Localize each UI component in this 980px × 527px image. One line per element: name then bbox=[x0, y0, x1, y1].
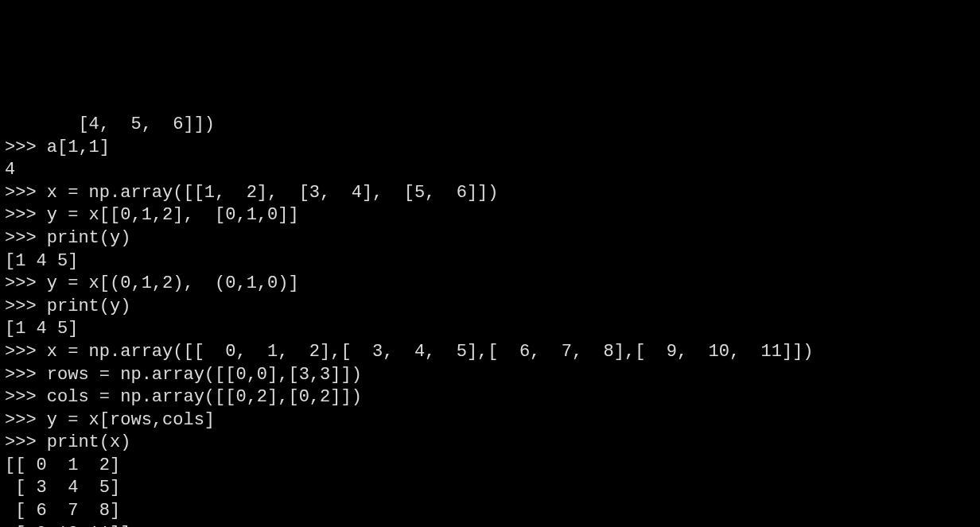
repl-output-text: [1 4 5] bbox=[5, 319, 78, 339]
repl-prompt: >>> bbox=[5, 432, 47, 452]
terminal-line: >>> cols = np.array([[0,2],[0,2]]) bbox=[5, 386, 980, 409]
repl-input-text: print(y) bbox=[47, 228, 131, 248]
terminal-line: >>> print(x) bbox=[5, 432, 980, 455]
repl-prompt: >>> bbox=[5, 205, 47, 225]
repl-prompt: >>> bbox=[5, 296, 47, 316]
repl-prompt: >>> bbox=[5, 387, 47, 407]
repl-prompt: >>> bbox=[5, 183, 47, 203]
terminal-line: [ 3 4 5] bbox=[5, 477, 980, 500]
repl-input-text: x = np.array([[1, 2], [3, 4], [5, 6]]) bbox=[47, 183, 499, 203]
terminal-line: [1 4 5] bbox=[5, 318, 980, 341]
repl-output-text: [ 3 4 5] bbox=[5, 478, 120, 498]
terminal-line: 4 bbox=[5, 159, 980, 182]
repl-prompt: >>> bbox=[5, 273, 47, 293]
terminal-line: >>> y = x[[0,1,2], [0,1,0]] bbox=[5, 204, 980, 227]
repl-input-text: print(y) bbox=[47, 296, 131, 316]
terminal-output[interactable]: [4, 5, 6]])>>> a[1,1]4>>> x = np.array([… bbox=[0, 91, 980, 527]
terminal-line: [[ 0 1 2] bbox=[5, 455, 980, 478]
repl-output-text: [4, 5, 6]]) bbox=[5, 114, 215, 134]
repl-input-text: print(x) bbox=[47, 432, 131, 452]
terminal-line: [ 6 7 8] bbox=[5, 500, 980, 523]
terminal-line: [4, 5, 6]]) bbox=[5, 114, 980, 137]
terminal-line: >>> x = np.array([[1, 2], [3, 4], [5, 6]… bbox=[5, 182, 980, 205]
repl-input-text: y = x[(0,1,2), (0,1,0)] bbox=[47, 273, 299, 293]
repl-input-text: y = x[[0,1,2], [0,1,0]] bbox=[47, 205, 299, 225]
terminal-line: >>> y = x[(0,1,2), (0,1,0)] bbox=[5, 273, 980, 296]
repl-input-text: rows = np.array([[0,0],[3,3]]) bbox=[47, 365, 362, 385]
repl-input-text: cols = np.array([[0,2],[0,2]]) bbox=[47, 387, 362, 407]
repl-output-text: 4 bbox=[5, 160, 15, 180]
terminal-line: >>> rows = np.array([[0,0],[3,3]]) bbox=[5, 364, 980, 387]
terminal-line: [ 9 10 11]] bbox=[5, 523, 980, 527]
repl-prompt: >>> bbox=[5, 138, 47, 157]
repl-input-text: y = x[rows,cols] bbox=[47, 410, 215, 430]
repl-output-text: [1 4 5] bbox=[5, 251, 78, 271]
repl-output-text: [ 6 7 8] bbox=[5, 501, 120, 521]
repl-input-text: x = np.array([[ 0, 1, 2],[ 3, 4, 5],[ 6,… bbox=[47, 342, 814, 362]
repl-output-text: [[ 0 1 2] bbox=[5, 455, 120, 475]
repl-input-text: a[1,1] bbox=[47, 138, 110, 157]
repl-output-text: [ 9 10 11]] bbox=[5, 524, 130, 527]
repl-prompt: >>> bbox=[5, 342, 47, 362]
terminal-line: >>> print(y) bbox=[5, 296, 980, 319]
terminal-line: [1 4 5] bbox=[5, 250, 980, 273]
terminal-line: >>> a[1,1] bbox=[5, 137, 980, 160]
repl-prompt: >>> bbox=[5, 410, 47, 430]
repl-prompt: >>> bbox=[5, 228, 47, 248]
terminal-line: >>> x = np.array([[ 0, 1, 2],[ 3, 4, 5],… bbox=[5, 341, 980, 364]
terminal-line: >>> print(y) bbox=[5, 227, 980, 250]
repl-prompt: >>> bbox=[5, 365, 47, 385]
terminal-line: >>> y = x[rows,cols] bbox=[5, 409, 980, 432]
